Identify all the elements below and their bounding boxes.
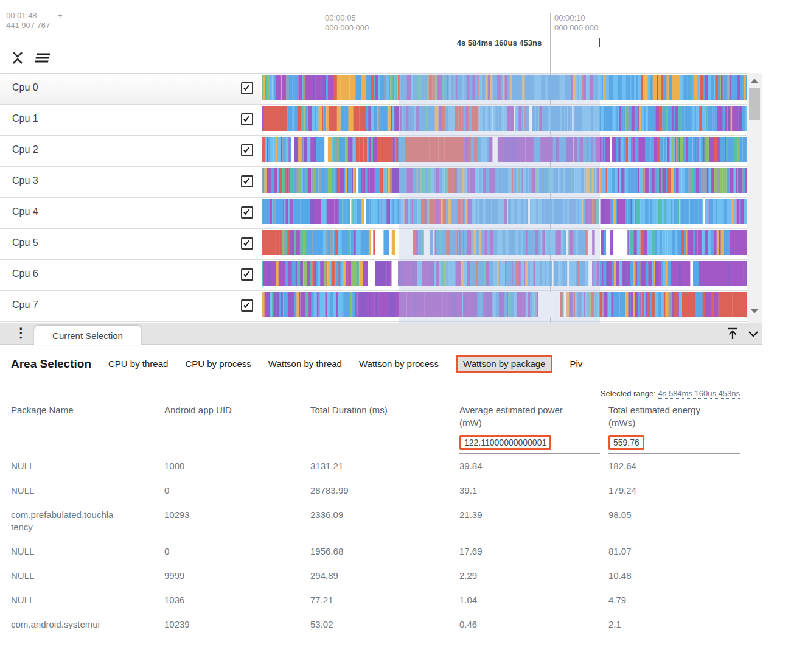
- cpu-track-canvas[interactable]: [262, 168, 747, 193]
- cell-total-duration: 53.02: [310, 612, 459, 637]
- scroll-up-icon[interactable]: [751, 79, 758, 83]
- cpu-track-label[interactable]: Cpu 4: [12, 206, 38, 217]
- selection-duration-bracket: 4s 584ms 160us 453ns: [399, 38, 600, 47]
- cell-total-duration: 28783.99: [310, 478, 459, 503]
- tab-wattson-by-package[interactable]: Wattson by package: [456, 355, 552, 373]
- cpu-row-label-panel: Cpu 5: [0, 229, 261, 259]
- collapse-all-tracks-icon[interactable]: [10, 50, 26, 66]
- cell-average-power: 39.84: [459, 454, 608, 478]
- cpu-track-canvas[interactable]: [262, 292, 747, 317]
- wattson-package-table: Package Name Android app UID Total Durat…: [11, 404, 740, 637]
- cell-total-energy: 4.79: [608, 588, 740, 612]
- cell-android-app-uid: 1036: [164, 588, 310, 612]
- cell-average-power: 17.69: [459, 539, 608, 564]
- scroll-down-icon[interactable]: [751, 309, 758, 313]
- area-selection-tabs: Area Selection CPU by thread CPU by proc…: [11, 355, 582, 373]
- column-header-package-name[interactable]: Package Name: [11, 404, 164, 429]
- cell-package-name: com.prefabulated.touchlatency: [11, 503, 114, 539]
- plus-offset-label: +: [58, 11, 63, 21]
- column-header-total-energy[interactable]: Total estimated energy (mWs): [608, 404, 740, 429]
- cpu-row: Cpu 6: [0, 260, 762, 291]
- cell-total-energy: 2.1: [608, 612, 740, 637]
- selected-range: Selected range: 4s 584ms 160us 453ns: [601, 389, 740, 398]
- cpu-row-label-panel: Cpu 3: [0, 167, 261, 197]
- cpu-visible-checkbox[interactable]: [241, 268, 253, 281]
- selection-duration-label: 4s 584ms 160us 453ns: [453, 38, 546, 47]
- selected-range-label: Selected range:: [601, 389, 656, 398]
- cpu-track-canvas[interactable]: [262, 75, 747, 100]
- cpu-track-label[interactable]: Cpu 5: [12, 237, 38, 248]
- column-header-android-app-uid[interactable]: Android app UID: [164, 404, 310, 429]
- cpu-visible-checkbox[interactable]: [241, 299, 253, 312]
- scrollbar-thumb[interactable]: [749, 88, 760, 120]
- cpu-track-label[interactable]: Cpu 6: [12, 268, 38, 279]
- summary-empty-cell: [164, 435, 310, 454]
- cell-average-power: 39.1: [459, 478, 608, 503]
- cell-android-app-uid: 9999: [164, 564, 310, 588]
- tab-current-selection[interactable]: Current Selection: [34, 326, 141, 345]
- summary-avg-power-value: 122.11000000000001: [459, 435, 551, 450]
- column-header-average-power[interactable]: Average estimated power (mW): [459, 404, 608, 429]
- summary-avg-power-cell: 122.11000000000001: [459, 435, 600, 454]
- dock-to-top-icon[interactable]: [725, 326, 740, 341]
- cpu-visible-checkbox[interactable]: [241, 82, 253, 94]
- cell-total-energy: 98.05: [608, 503, 740, 539]
- cpu-track-label[interactable]: Cpu 7: [12, 299, 38, 310]
- panel-title: Area Selection: [11, 357, 91, 371]
- cpu-track-canvas[interactable]: [262, 230, 747, 255]
- cpu-row: Cpu 2: [0, 136, 762, 167]
- cpu-row: Cpu 5: [0, 229, 762, 260]
- tab-cpu-by-thread[interactable]: CPU by thread: [108, 359, 168, 369]
- cell-total-duration: 77.21: [310, 588, 459, 612]
- cpu-visible-checkbox[interactable]: [241, 113, 253, 125]
- tab-pivot-table-clipped[interactable]: Piv: [570, 359, 582, 369]
- summary-empty-cell: [11, 435, 164, 454]
- viewport-origin-timestamp: 00:01:48+441 907 767: [6, 11, 50, 30]
- cpu-track-label[interactable]: Cpu 3: [12, 175, 38, 186]
- cpu-row-label-panel: Cpu 4: [0, 198, 261, 228]
- cell-package-name: NULL: [11, 588, 114, 612]
- column-header-total-duration[interactable]: Total Duration (ms): [310, 404, 459, 429]
- tab-wattson-by-process[interactable]: Wattson by process: [359, 359, 439, 369]
- cell-total-energy: 10.48: [608, 564, 740, 588]
- cpu-visible-checkbox[interactable]: [241, 175, 253, 187]
- cpu-visible-checkbox[interactable]: [241, 237, 253, 250]
- cpu-track-label[interactable]: Cpu 0: [12, 82, 38, 93]
- cell-total-energy: 179.24: [608, 478, 740, 503]
- tab-wattson-by-thread[interactable]: Wattson by thread: [268, 359, 342, 369]
- tab-cpu-by-process[interactable]: CPU by process: [185, 359, 251, 369]
- cpu-track-canvas[interactable]: [262, 261, 747, 286]
- table-summary-row: 122.11000000000001 559.76: [11, 435, 740, 454]
- current-selection-panel: Area Selection CPU by thread CPU by proc…: [0, 345, 762, 672]
- cpu-visible-checkbox[interactable]: [241, 144, 253, 156]
- cell-package-name: NULL: [11, 564, 114, 588]
- cpu-visible-checkbox[interactable]: [241, 206, 253, 219]
- table-header-row: Package Name Android app UID Total Durat…: [11, 404, 740, 429]
- cell-total-duration: 2336.09: [310, 503, 459, 539]
- cpu-track-canvas[interactable]: [262, 137, 747, 162]
- selected-range-link[interactable]: 4s 584ms 160us 453ns: [658, 389, 740, 399]
- cell-total-duration: 294.89: [310, 564, 459, 588]
- cell-total-duration: 1956.68: [310, 539, 459, 564]
- cpu-track-label[interactable]: Cpu 1: [12, 113, 38, 124]
- cpu-track-canvas[interactable]: [262, 199, 747, 224]
- cpu-track-label[interactable]: Cpu 2: [12, 144, 38, 155]
- track-filter-icon[interactable]: [32, 50, 47, 66]
- summary-total-energy-value: 559.76: [608, 435, 644, 450]
- ruler-tick-label-5s: 00:00:05000 000 000: [325, 13, 369, 33]
- cell-total-energy: 81.07: [608, 539, 740, 564]
- cpu-row-label-panel: Cpu 0: [0, 74, 261, 104]
- panel-menu-icon[interactable]: ⋮: [15, 325, 27, 341]
- table-body: NULL10003131.2139.84182.64NULL028783.993…: [11, 454, 740, 637]
- cpu-row-label-panel: Cpu 6: [0, 260, 261, 290]
- cpu-track-canvas[interactable]: [262, 106, 747, 131]
- track-scrollbar[interactable]: [747, 73, 762, 323]
- cell-package-name: NULL: [11, 478, 114, 503]
- ruler-tick-label-10s: 00:00:10000 000 000: [554, 13, 598, 33]
- cell-android-app-uid: 0: [164, 539, 310, 564]
- cpu-row: Cpu 0: [0, 74, 762, 105]
- cell-package-name: NULL: [11, 539, 114, 564]
- bottom-panel-tabbar: ⋮ Current Selection: [0, 323, 762, 345]
- track-rows: Cpu 0Cpu 1Cpu 2Cpu 3Cpu 4Cpu 5Cpu 6Cpu 7: [0, 73, 762, 323]
- collapse-panel-chevron-icon[interactable]: [746, 326, 761, 341]
